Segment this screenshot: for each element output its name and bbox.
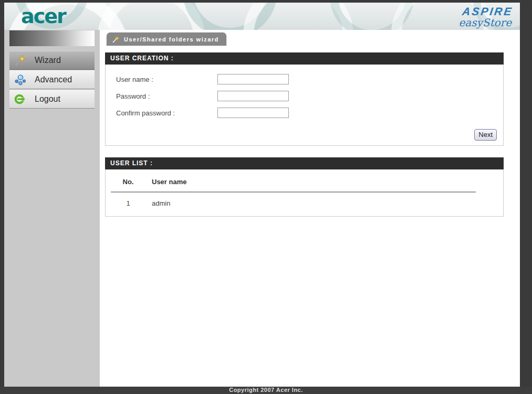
tab-title: User/Shared folders wizard [124, 36, 219, 42]
wand-icon [14, 54, 27, 67]
form-row-confirm-password: Confirm password : [106, 104, 503, 121]
user-row-name: admin [145, 192, 476, 211]
footer: Copyright 2007 Acer Inc. [0, 387, 532, 394]
logout-icon [14, 93, 27, 105]
sidebar-item-logout[interactable]: Logout [9, 90, 95, 109]
acer-logo: acer [21, 5, 66, 28]
username-input[interactable] [217, 74, 289, 84]
aspire-easystore-logo: ASPIRE easyStore [459, 6, 513, 28]
app-header: acer ASPIRE easyStore [4, 3, 520, 30]
sidebar-item-label: Wizard [35, 56, 61, 65]
password-input[interactable] [217, 91, 289, 101]
sidebar-item-wizard[interactable]: Wizard [9, 51, 95, 70]
tab-user-shared-folders-wizard[interactable]: User/Shared folders wizard [107, 33, 226, 46]
user-creation-form: User name : Password : Confirm password … [106, 65, 503, 121]
sidebar-item-label: Logout [35, 94, 60, 104]
easystore-wordmark: easyStore [459, 17, 512, 28]
next-button[interactable]: Next [474, 129, 497, 141]
confirm-password-label: Confirm password : [106, 109, 217, 117]
user-row-number: 1 [111, 192, 145, 211]
wave-pattern-decoration [4, 3, 520, 30]
sidebar-item-label: Advanced [35, 75, 72, 84]
form-row-username: User name : [106, 71, 503, 88]
confirm-password-input[interactable] [217, 108, 289, 118]
user-creation-header: USER CREATION : [105, 52, 504, 65]
table-row: 1 admin [111, 192, 476, 211]
column-header-no: No. [111, 169, 145, 192]
nodes-icon [14, 73, 27, 86]
user-list-table: No. User name 1 admin [111, 169, 476, 211]
user-list-panel: USER LIST : No. User name 1 admin [105, 157, 504, 217]
aspire-wordmark: ASPIRE [458, 6, 513, 17]
user-list-header: USER LIST : [105, 157, 504, 169]
sidebar-item-advanced[interactable]: Advanced [9, 70, 95, 89]
column-header-username: User name [145, 169, 476, 192]
wand-icon [112, 35, 120, 44]
form-row-password: Password : [106, 88, 503, 104]
main-content: User/Shared folders wizard USER CREATION… [100, 30, 520, 387]
sidebar-menu: Wizard Advanced Logout [9, 51, 95, 109]
user-creation-panel: USER CREATION : User name : Password : C… [105, 52, 504, 146]
table-header-row: No. User name [111, 169, 476, 192]
sidebar-gradient-decoration [9, 30, 95, 46]
username-label: User name : [106, 76, 217, 83]
password-label: Password : [106, 92, 217, 100]
copyright-text: Copyright 2007 Acer Inc. [229, 387, 303, 393]
sidebar: Wizard Advanced Logout [4, 30, 100, 387]
